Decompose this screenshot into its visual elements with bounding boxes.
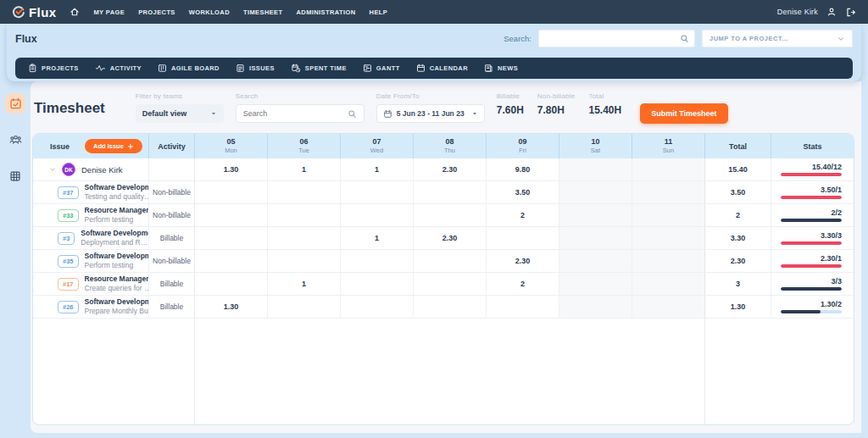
time-cell[interactable] xyxy=(559,158,632,180)
billable-value: 7.60H xyxy=(497,104,524,116)
time-cell[interactable] xyxy=(414,181,487,203)
rail-item-worklog-grid[interactable] xyxy=(5,166,25,186)
issue-id-badge[interactable]: #35 xyxy=(58,255,79,268)
issue-id-badge[interactable]: #37 xyxy=(58,186,79,199)
time-cell[interactable] xyxy=(195,181,268,203)
nav-item-help[interactable]: HELP xyxy=(370,8,388,16)
tab-gantt[interactable]: GANTT xyxy=(363,64,400,73)
team-filter-select[interactable]: Default view xyxy=(136,104,224,123)
time-cell[interactable] xyxy=(559,250,632,272)
logout-icon[interactable] xyxy=(845,7,856,18)
time-cell[interactable] xyxy=(632,250,705,272)
time-cell[interactable]: 1 xyxy=(268,158,341,180)
time-cell[interactable] xyxy=(268,296,341,318)
rail-item-timesheet[interactable] xyxy=(5,93,25,114)
activity-cell xyxy=(149,158,195,180)
submit-timesheet-button[interactable]: Submit Timesheet xyxy=(640,103,727,124)
tab-calendar[interactable]: CALENDAR xyxy=(416,64,468,73)
search-filter-box[interactable] xyxy=(236,104,364,123)
time-cell[interactable] xyxy=(195,250,268,272)
time-cell[interactable] xyxy=(268,227,341,249)
time-cell[interactable] xyxy=(414,250,487,272)
time-cell[interactable] xyxy=(341,296,414,318)
user-profile-icon[interactable] xyxy=(826,7,837,17)
time-cell[interactable] xyxy=(559,181,632,203)
time-cell[interactable] xyxy=(414,296,487,318)
time-cell[interactable]: 1 xyxy=(341,227,414,249)
time-cell[interactable]: 2.30 xyxy=(414,227,487,249)
time-cell[interactable] xyxy=(414,204,487,226)
nav-item-my-page[interactable]: MY PAGE xyxy=(93,8,125,16)
time-cell[interactable] xyxy=(632,227,705,249)
flux-logo[interactable]: Flux xyxy=(12,5,56,19)
issue-cell[interactable]: #17 Resource Management Create queries f… xyxy=(33,273,149,295)
time-cell[interactable] xyxy=(632,296,705,318)
tab-news[interactable]: NEWS xyxy=(484,64,518,73)
time-cell[interactable] xyxy=(341,250,414,272)
search-filter-input[interactable] xyxy=(243,109,348,118)
time-cell[interactable]: 1.30 xyxy=(195,296,268,318)
table-header-row: Issue Add Issue Activity 05Mon06Tue07Wed… xyxy=(33,134,854,158)
time-cell[interactable]: 1 xyxy=(341,158,414,180)
add-issue-button[interactable]: Add Issue xyxy=(85,139,142,153)
issue-cell[interactable]: #3 Software Development Deployment and R… xyxy=(33,227,149,249)
time-cell[interactable] xyxy=(341,273,414,295)
time-cell[interactable] xyxy=(414,273,487,295)
time-cell[interactable] xyxy=(632,273,705,295)
time-cell[interactable] xyxy=(559,227,632,249)
nav-item-projects[interactable]: PROJECTS xyxy=(138,8,175,16)
global-search-box[interactable] xyxy=(538,30,695,47)
time-cell[interactable]: 2.30 xyxy=(487,250,559,272)
time-cell[interactable]: 2 xyxy=(487,204,559,226)
rail-item-teams[interactable] xyxy=(5,130,25,150)
time-cell[interactable] xyxy=(559,273,632,295)
time-cell[interactable] xyxy=(632,204,705,226)
time-cell[interactable]: 2.30 xyxy=(414,158,487,180)
time-cell[interactable]: 9.80 xyxy=(487,158,559,180)
stats-bar xyxy=(781,173,842,176)
jump-to-project-dropdown[interactable]: JUMP TO A PROJECT... xyxy=(702,30,853,47)
time-cell[interactable] xyxy=(632,181,705,203)
time-cell[interactable] xyxy=(195,273,268,295)
nav-item-workload[interactable]: WORKLOAD xyxy=(189,8,230,16)
time-cell[interactable] xyxy=(487,227,559,249)
time-cell[interactable] xyxy=(487,296,559,318)
nav-item-timesheet[interactable]: TIMESHEET xyxy=(243,8,283,16)
nav-item-administration[interactable]: ADMINISTRATION xyxy=(297,8,356,16)
time-cell[interactable] xyxy=(341,204,414,226)
issue-cell[interactable]: #35 Software Development Perform testing xyxy=(33,250,149,272)
issue-id-badge[interactable]: #17 xyxy=(58,278,79,291)
issue-id-badge[interactable]: #26 xyxy=(58,301,79,313)
tab-agile-board[interactable]: AGILE BOARD xyxy=(158,64,220,73)
time-cell[interactable]: 3.50 xyxy=(487,181,559,203)
issue-id-badge[interactable]: #33 xyxy=(58,209,79,222)
time-cell[interactable] xyxy=(559,204,632,226)
tab-activity[interactable]: ACTIVITY xyxy=(95,64,142,73)
time-cell[interactable] xyxy=(268,204,341,226)
time-cell[interactable] xyxy=(195,227,268,249)
day-header-sat: 10Sat xyxy=(559,134,632,158)
time-cell[interactable] xyxy=(632,158,705,180)
date-range-picker[interactable]: 5 Jun 23 - 11 Jun 23 xyxy=(376,104,485,123)
time-cell[interactable] xyxy=(195,204,268,226)
time-cell[interactable] xyxy=(341,181,414,203)
issue-cell[interactable]: #33 Resource Management Perform testing xyxy=(33,204,149,226)
home-icon[interactable] xyxy=(70,7,80,17)
time-cell[interactable] xyxy=(559,296,632,318)
collapse-chevron-icon[interactable] xyxy=(49,166,56,173)
issue-cell[interactable]: #37 Software Development Testing and qua… xyxy=(33,181,149,203)
time-cell[interactable]: 1.30 xyxy=(195,158,268,180)
search-filter-label: Search xyxy=(236,92,364,100)
tab-projects[interactable]: PROJECTS xyxy=(28,64,79,73)
time-cell[interactable] xyxy=(268,181,341,203)
time-cell[interactable] xyxy=(268,250,341,272)
tab-spent-time[interactable]: SPENT TIME xyxy=(291,64,347,73)
tab-issues[interactable]: ISSUES xyxy=(236,64,275,73)
issue-id-badge[interactable]: #3 xyxy=(58,232,75,245)
person-cell[interactable]: DK Denise Kirk xyxy=(33,158,149,180)
issue-cell[interactable]: #26 Software Development Prepare Monthly… xyxy=(33,296,149,318)
stats-label: 3.30/3 xyxy=(821,231,842,240)
time-cell[interactable]: 2 xyxy=(487,273,559,295)
time-cell[interactable]: 1 xyxy=(268,273,341,295)
global-search-input[interactable] xyxy=(544,30,680,47)
